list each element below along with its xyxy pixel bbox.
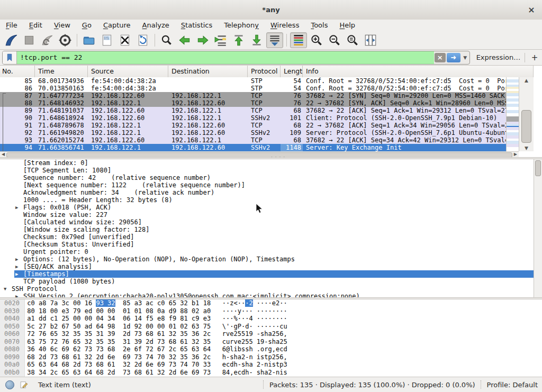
menu-analyze[interactable]: Analyze	[137, 21, 175, 30]
zoom-out-icon[interactable]	[326, 32, 343, 48]
scroll-down-icon[interactable]: ▼	[519, 145, 534, 151]
detail-line[interactable]: ▶Flags: 0x018 (PSH, ACK)	[0, 204, 534, 211]
hex-row-00b0[interactable]: 00b0 38 34 2c 65 63 64 68 2d 73 68 61 32…	[0, 369, 542, 377]
apply-filter-icon[interactable]: ➜	[447, 53, 460, 62]
column-header-source[interactable]: Source	[88, 66, 168, 77]
packet-list-hscrollbar[interactable]: ◀ ▶	[0, 151, 519, 157]
hex-row-0050[interactable]: 0050 5c 27 b2 67 50 ad 64 98 1d 92 00 00…	[0, 323, 542, 331]
detail-line[interactable]: [Next sequence number: 1122 (relative se…	[0, 181, 534, 189]
add-filter-button[interactable]: +	[529, 53, 540, 62]
hex-row-0040[interactable]: 0040 a1 dd c1 25 00 00 04 34 06 14 f5 e8…	[0, 315, 542, 323]
detail-line[interactable]: [TCP Segment Len: 1080]	[0, 167, 534, 174]
stop-capture-icon[interactable]	[21, 32, 38, 48]
detail-line[interactable]: ▶SSH Version 2 (encryption:chacha20-poly…	[0, 293, 534, 297]
menu-edit[interactable]: Edit	[23, 21, 48, 30]
hex-row-0060[interactable]: 0060 72 76 65 32 35 35 31 39 2d 73 68 61…	[0, 330, 542, 338]
detail-line[interactable]: ▶Options: (12 bytes), No-Operation (NOP)…	[0, 256, 534, 263]
packet-row-86[interactable]: 8670.013850163fe:54:00:d4:38:2aSTP54Conf…	[0, 85, 506, 92]
menu-tools[interactable]: Tools	[305, 21, 333, 30]
close-icon[interactable]: ×	[526, 4, 537, 15]
detail-line[interactable]: [Calculated window size: 29056]	[0, 218, 534, 226]
open-file-icon[interactable]	[80, 32, 97, 48]
packet-row-87[interactable]: 8771.647777234192.168.122.60192.168.122.…	[0, 92, 506, 99]
expand-icon[interactable]: ▶	[15, 204, 18, 211]
start-capture-icon[interactable]	[3, 32, 20, 48]
capture-options-icon[interactable]	[57, 32, 74, 48]
zoom-in-icon[interactable]	[308, 32, 325, 48]
display-filter-input[interactable]	[17, 51, 434, 64]
find-packet-icon[interactable]	[158, 32, 175, 48]
vscroll-thumb[interactable]	[521, 110, 531, 143]
bookmark-icon[interactable]	[3, 51, 17, 64]
packet-row-93[interactable]: 9371.662015274192.168.122.60192.168.122.…	[0, 136, 506, 144]
detail-line[interactable]: [Stream index: 0]	[0, 159, 534, 167]
packet-row-94[interactable]: 9471.663856741192.168.122.1192.168.122.6…	[0, 144, 506, 151]
detail-line[interactable]: Urgent pointer: 0	[0, 248, 534, 256]
column-header-destination[interactable]: Destination	[168, 66, 248, 77]
hex-row-00a0[interactable]: 00a0 65 63 64 68 2d 73 68 61 32 2d 6e 69…	[0, 361, 542, 369]
hex-row-0090[interactable]: 0090 68 2d 73 68 61 32 2d 6e 69 73 74 70…	[0, 353, 542, 361]
menu-wireless[interactable]: Wireless	[265, 21, 305, 30]
capture-comment-icon[interactable]	[20, 380, 29, 389]
expand-icon[interactable]: ▶	[15, 270, 18, 278]
go-to-packet-icon[interactable]	[212, 32, 229, 48]
detail-line[interactable]: [Window size scaling factor: 128]	[0, 226, 534, 233]
colorize-packets-icon[interactable]	[290, 32, 307, 48]
hex-row-0080[interactable]: 0080 36 40 6c 69 62 73 73 68 2e 6f 72 67…	[0, 345, 542, 353]
resize-columns-icon[interactable]	[362, 32, 379, 48]
restart-capture-icon[interactable]	[39, 32, 56, 48]
column-header-protocol[interactable]: Protocol	[248, 66, 281, 77]
detail-line[interactable]: 1000 .... = Header Length: 32 bytes (8)	[0, 196, 534, 204]
detail-line[interactable]: [Checksum Status: Unverified]	[0, 241, 534, 248]
details-vscrollbar[interactable]	[534, 159, 542, 297]
hex-row-0070[interactable]: 0070 63 75 72 76 65 32 35 35 31 39 2d 73…	[0, 338, 542, 346]
go-forward-icon[interactable]	[194, 32, 211, 48]
expand-icon[interactable]: ▶	[15, 263, 18, 270]
menu-view[interactable]: View	[48, 21, 76, 30]
detail-line[interactable]: Checksum: 0x79ed [unverified]	[0, 233, 534, 241]
hex-row-0030[interactable]: 0030 80 18 00 e3 79 ed 00 00 01 01 08 0a…	[0, 307, 542, 315]
menu-statistics[interactable]: Statistics	[175, 21, 218, 30]
reload-file-icon[interactable]	[134, 32, 151, 48]
menu-telephony[interactable]: Telephony	[218, 21, 265, 30]
column-header-info[interactable]: Info	[303, 66, 534, 77]
packet-row-90[interactable]: 9071.648618924192.168.122.60192.168.122.…	[0, 114, 506, 122]
scroll-left-icon[interactable]: ◀	[2, 152, 5, 157]
hex-row-0020[interactable]: 0020 c0 a8 7a 3c 00 16 93 32 85 a3 ac c0…	[0, 299, 542, 307]
menu-go[interactable]: Go	[76, 21, 97, 30]
zoom-original-icon[interactable]	[344, 32, 361, 48]
column-header-length[interactable]: Length	[281, 66, 303, 77]
detail-line[interactable]: ▼SSH Protocol	[0, 285, 534, 293]
collapse-icon[interactable]: ▼	[4, 285, 6, 293]
go-back-icon[interactable]	[176, 32, 193, 48]
menu-capture[interactable]: Capture	[97, 21, 137, 30]
detail-line[interactable]: TCP payload (1080 bytes)	[0, 278, 534, 285]
expert-info-icon[interactable]	[5, 380, 14, 389]
detail-line[interactable]: ▶[Timestamps]	[0, 270, 534, 278]
detail-line[interactable]: Window size value: 227	[0, 211, 534, 218]
column-header-time[interactable]: Time	[35, 66, 88, 77]
expression-button[interactable]: Expression…	[476, 53, 521, 61]
packet-row-89[interactable]: 8971.648191037192.168.122.60192.168.122.…	[0, 107, 506, 114]
menu-file[interactable]: File	[0, 21, 23, 30]
intelligent-scrollbar-minimap[interactable]	[506, 77, 519, 151]
expand-icon[interactable]: ▶	[15, 293, 18, 297]
profile-selector[interactable]: Profile: Default	[487, 381, 538, 389]
scroll-right-icon[interactable]: ▶	[514, 152, 517, 157]
menu-help[interactable]: Help	[333, 21, 361, 30]
packet-row-85[interactable]: 8568.001734936fe:54:00:d4:38:2aSTP54Conf…	[0, 77, 506, 85]
column-header-no[interactable]: No.	[0, 66, 35, 77]
packet-row-88[interactable]: 8871.648146932192.168.122.1192.168.122.6…	[0, 99, 506, 107]
clear-filter-icon[interactable]: ×	[435, 53, 446, 62]
auto-scroll-icon[interactable]	[266, 32, 283, 48]
packet-list-vscrollbar[interactable]: ▲ ▼	[519, 77, 534, 151]
detail-line[interactable]: Acknowledgment number: 34 (relative ack …	[0, 189, 534, 196]
packet-row-92[interactable]: 9271.661949820192.168.122.1192.168.122.6…	[0, 129, 506, 136]
go-last-packet-icon[interactable]	[248, 32, 265, 48]
save-file-icon[interactable]: 01010110	[98, 32, 115, 48]
packet-row-91[interactable]: 9171.648789678192.168.122.1192.168.122.6…	[0, 122, 506, 129]
details-scroll-thumb[interactable]	[535, 160, 541, 176]
go-first-packet-icon[interactable]	[230, 32, 247, 48]
detail-line[interactable]: Sequence number: 42 (relative sequence n…	[0, 174, 534, 181]
expand-icon[interactable]: ▶	[15, 256, 18, 263]
